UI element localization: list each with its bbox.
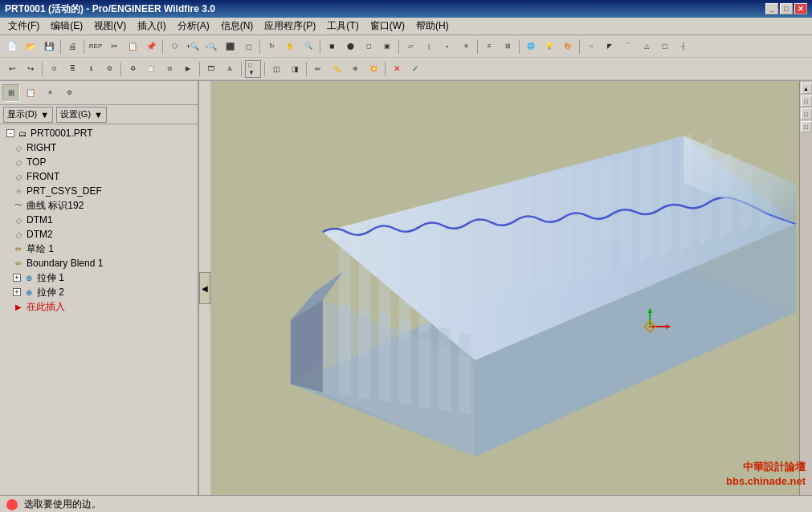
rpb-top[interactable]: ▲ [801,83,812,94]
tb-measure[interactable]: 📏 [328,60,345,78]
tree-item-front[interactable]: ◇ FRONT [0,169,198,184]
tb-regenerate[interactable]: ♻ [124,60,141,78]
tb-pan[interactable]: ✋ [281,38,299,55]
collapse-panel-button[interactable]: ◀ [199,272,210,304]
tb-sketcher[interactable]: ✏ [309,60,327,78]
tree-item-dtm1[interactable]: ◇ DTM1 [0,213,198,227]
tb-shade-wire[interactable]: ◼ [323,38,341,55]
svg-marker-15 [539,172,551,297]
tb-shade[interactable]: ⬤ [341,38,359,55]
tb-light[interactable]: 💡 [541,38,558,55]
tb-datum-plane[interactable]: ▱ [402,38,419,55]
tb-cut[interactable]: ✂ [105,38,123,55]
tree-item-sketch[interactable]: ✏ 草绘 1 [0,242,198,256]
tb-suppress[interactable]: ⊘ [161,60,178,78]
tb-zoom-out[interactable]: -🔍 [202,38,220,55]
tb-datum-point[interactable]: • [439,38,456,55]
tb-zoom[interactable]: 🔍 [300,38,317,55]
viewport[interactable]: ▲ □ □ □ 中華設計論壇 bbs.chinade.net [210,81,812,495]
tree-item-insert[interactable]: ▶ 在此插入 [0,299,198,314]
tb-paste[interactable]: 📌 [142,38,160,55]
tb-info-ref[interactable]: ℹ [82,60,100,78]
tb-hidden[interactable]: ▣ [378,38,396,55]
tb-sel-filter[interactable]: ⊙ [45,60,63,78]
tb-check[interactable]: ✓ [406,60,424,78]
display-dropdown[interactable]: 显示(D) ▼ [3,107,53,123]
tb-named-view[interactable]: ◫ [267,60,285,78]
tree-item-root[interactable]: - 🗂 PRT0001.PRT [0,126,198,140]
tree-item-top[interactable]: ◇ TOP [0,155,198,169]
rpb-mid1[interactable]: □ [801,95,812,107]
tb-new[interactable]: 📄 [3,38,21,55]
tb-fit[interactable]: ⬛ [221,38,239,55]
menu-analysis[interactable]: 分析(A) [173,18,214,35]
tb-refit[interactable]: ◻ [239,38,257,55]
svg-marker-33 [439,327,451,412]
menu-info[interactable]: 信息(N) [216,18,259,35]
tb-view-op2[interactable]: ◨ [286,60,304,78]
expander-extrude2[interactable]: + [13,288,21,296]
menu-apps[interactable]: 应用程序(P) [259,18,320,35]
tree-item-dtm2[interactable]: ◇ DTM2 [0,227,198,242]
label-right: RIGHT [27,142,56,153]
tb-resume[interactable]: ▶ [179,60,197,78]
menu-edit[interactable]: 编辑(E) [46,18,88,35]
tb-view-sel[interactable]: □ ▼ [244,60,262,78]
tb-cross-section[interactable]: ⊕ [346,60,364,78]
tb-annotations[interactable]: 𝐀 [221,60,239,78]
tb-copy[interactable]: 📋 [124,38,141,55]
tb-redo[interactable]: ↪ [22,60,39,78]
tb-layers[interactable]: ≡ [480,38,498,55]
rpb-mid3[interactable]: □ [801,121,812,132]
tree-item-extrude2[interactable]: + ⊕ 拉伸 2 [0,285,198,299]
menu-help[interactable]: 帮助(H) [411,18,454,35]
tb-rib[interactable]: ┤ [675,38,692,55]
tb-hole[interactable]: ○ [582,38,600,55]
menu-file[interactable]: 文件(F) [3,18,44,35]
menu-tools[interactable]: 工具(T) [322,18,363,35]
close-button[interactable]: ✕ [794,3,807,14]
panel-btn-tab2[interactable]: 📋 [22,84,39,102]
panel-btn-tab3[interactable]: ✳ [41,84,59,102]
tb-save[interactable]: 💾 [40,38,58,55]
tb-round[interactable]: ⌒ [619,38,637,55]
tree-item-right[interactable]: ◇ RIGHT [0,140,198,155]
tb-datum-csys[interactable]: ✳ [457,38,475,55]
menu-insert[interactable]: 插入(I) [133,18,170,35]
minimize-button[interactable]: _ [765,3,778,14]
tb-zoom-in[interactable]: +🔍 [184,38,202,55]
maximize-button[interactable]: □ [780,3,793,14]
tb-x-mark[interactable]: ✕ [388,60,406,78]
tb-shell[interactable]: ▢ [656,38,674,55]
tb-undo[interactable]: ↩ [3,60,21,78]
tree-item-bb1[interactable]: ✏ Boundary Blend 1 [0,256,198,270]
tb-datum-axis[interactable]: | [420,38,438,55]
tb-view-mgr[interactable]: 🗖 [202,60,220,78]
menu-window[interactable]: 窗口(W) [365,18,410,35]
rpb-mid2[interactable]: □ [801,108,812,120]
settings-dropdown[interactable]: 设置(G) ▼ [56,107,107,123]
tb-feature-op[interactable]: ⚙ [100,60,118,78]
tb-orient[interactable]: ⬡ [165,38,183,55]
menu-view[interactable]: 视图(V) [89,18,131,35]
tb-appearance[interactable]: 🎨 [559,38,577,55]
tb-prop[interactable]: ≣ [63,60,81,78]
tree-item-extrude1[interactable]: + ⊕ 拉伸 1 [0,270,198,285]
tb-open[interactable]: 📂 [22,38,39,55]
tb-explode[interactable]: 💥 [365,60,382,78]
panel-btn-tab4[interactable]: ⚙ [60,84,78,102]
tb-render[interactable]: 🌐 [522,38,540,55]
tree-item-csys[interactable]: ✳ PRT_CSYS_DEF [0,184,198,198]
tb-repgen[interactable]: REP [87,38,104,55]
tb-spin[interactable]: ↻ [263,38,280,55]
tb-feature-list[interactable]: 📋 [142,60,160,78]
tb-print[interactable]: 🖨 [63,38,81,55]
tree-item-curve[interactable]: 〜 曲线 标识192 [0,198,198,213]
expander-extrude1[interactable]: + [13,274,21,282]
tb-chamfer[interactable]: ◤ [601,38,618,55]
panel-btn-tree[interactable]: ⊞ [2,84,20,102]
tb-draft[interactable]: △ [638,38,655,55]
expander-root[interactable]: - [6,129,14,137]
tb-wire[interactable]: ◻ [360,38,377,55]
tb-surf-mesh[interactable]: ⊞ [499,38,516,55]
